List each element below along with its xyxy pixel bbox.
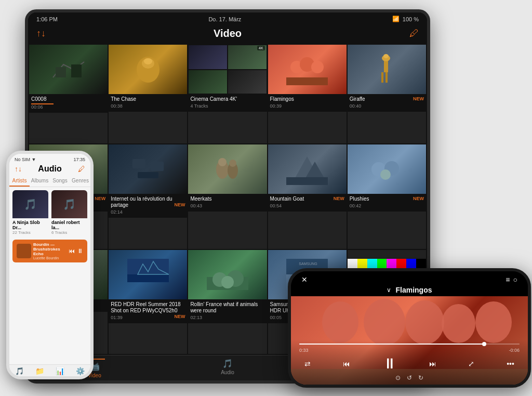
svg-point-39 (221, 276, 234, 288)
phone-tab-genres[interactable]: Genres (70, 176, 90, 187)
player-rewind-btn[interactable]: ⏮ (343, 360, 350, 368)
album-card-1[interactable]: 🎵 A Ninja Slob Dr... 22 Tracks (12, 190, 48, 236)
video-info-giraffe: Giraffe NEW 00:40 (348, 94, 426, 112)
player-title-bar: ∨ Flamingos (291, 286, 528, 296)
video-thumb-rollin (188, 250, 267, 299)
badge-new-red: NEW (174, 314, 185, 320)
tablet-time: 1:06 PM (36, 16, 58, 22)
player-progress-bar[interactable] (299, 344, 520, 345)
video-duration-flamingos: 00:39 (270, 103, 344, 109)
video-cell-chase[interactable]: The Chase 00:38 (109, 45, 187, 143)
player-video-area: 0:33 -0:06 ⇄ ⏮ ⏸ ⏭ ⤢ ••• ⊙ ↺ ↻ (291, 296, 528, 385)
flamingo-blob-2 (364, 299, 405, 346)
album-art-2: 🎵 (51, 190, 87, 218)
video-tracks-cinema: 4 Tracks (190, 103, 264, 109)
video-info-c0008: C0008 00:06 (29, 94, 108, 113)
video-cell-cinema[interactable]: 4K Cinema Camera 4K' 4 Tracks (188, 45, 267, 143)
tab-audio[interactable]: 🎵 Audio (161, 359, 294, 378)
player-more-icon[interactable]: ••• (507, 360, 514, 368)
sort-icon[interactable]: ↑↓ (36, 28, 46, 39)
video-duration-mountain: 00:54 (270, 203, 344, 208)
badge-new-pixar: NEW (95, 196, 105, 202)
video-cell-giraffe[interactable]: Giraffe NEW 00:40 (348, 45, 426, 143)
phone-status-bar: No SIM ▼ 17:35 (9, 154, 90, 163)
player-airplay-icon[interactable]: ⊙ (395, 374, 401, 381)
phone-edit-icon[interactable]: 🖊 (78, 165, 85, 173)
np-prev-btn[interactable]: ⏮ (69, 247, 75, 255)
player-screen: ✕ ≡ ○ ∨ Flamingos (291, 271, 528, 385)
video-title-flamingos: Flamingos (270, 96, 344, 102)
player-close-icon[interactable]: ✕ (301, 275, 308, 284)
video-title-rollin: Rollin' France what if animals were roun… (190, 301, 264, 314)
np-play-btn[interactable]: ⏸ (77, 247, 83, 255)
player-skip-fwd-icon[interactable]: ↻ (418, 374, 423, 381)
phone-tab-songs[interactable]: Songs (50, 176, 70, 187)
video-cell-mountain[interactable]: Mountain Goat NEW 00:54 (268, 144, 347, 248)
video-thumb-red (109, 250, 187, 299)
album-tracks-1: 22 Tracks (12, 230, 48, 235)
chase-visual (127, 54, 169, 85)
video-duration-internet: 02:14 (111, 209, 185, 215)
badge-new-internet: NEW (174, 202, 185, 208)
svg-rect-19 (151, 162, 164, 171)
player-fullscreen-icon[interactable]: ⤢ (468, 360, 474, 368)
svg-rect-2 (71, 64, 82, 77)
video-thumb-meerkats (188, 144, 267, 194)
phone-tab-bar: 🎵 📁 📊 ⚙️ (9, 364, 90, 376)
video-cell-meerkats[interactable]: Meerkats 00:43 (188, 144, 267, 248)
tablet-page-title: Video (214, 28, 242, 39)
svg-rect-34 (127, 274, 169, 282)
player-settings-icon[interactable]: ≡ (506, 275, 510, 284)
rollin-visual (207, 259, 248, 290)
svg-point-14 (383, 54, 389, 58)
video-thumb-flamingos (268, 45, 347, 94)
video-title-plushies: Plushies NEW (350, 196, 424, 202)
video-cell-flamingos[interactable]: Flamingos 00:39 (268, 45, 347, 143)
phone-tab-files[interactable]: 📁 (30, 367, 50, 375)
video-duration-rollin: 02:13 (190, 315, 264, 320)
video-cell-c0008[interactable]: C0008 00:06 (29, 45, 108, 143)
badge-new-mountain: NEW (334, 196, 344, 202)
player-shuffle-icon[interactable]: ⇄ (304, 360, 311, 368)
np-artist: Lucette Bourdin (33, 256, 66, 260)
np-info: Bourdin — Brushstrokes Echo Lucette Bour… (33, 242, 66, 260)
video-title-internet: Internet ou la révolution du partage NEW (111, 196, 185, 208)
music-tab-icon: 🎵 (15, 367, 24, 375)
np-album-art (17, 244, 31, 258)
player-forward-btn[interactable]: ⏭ (429, 360, 436, 368)
phone-tab-stats[interactable]: 📊 (50, 367, 70, 375)
phone-tab-settings[interactable]: ⚙️ (70, 367, 90, 375)
player-skip-back-icon[interactable]: ↺ (407, 374, 412, 381)
phone-screen: No SIM ▼ 17:35 ↑↓ Audio 🖊 Artists Albums… (9, 154, 90, 376)
video-cell-plushies[interactable]: Plushies NEW 00:42 (348, 144, 426, 248)
video-thumb-mountain (268, 144, 347, 194)
video-cell-rollin[interactable]: Rollin' France what if animals were roun… (188, 250, 267, 354)
video-duration-meerkats: 00:43 (190, 203, 264, 208)
player-time-display: 0:33 -0:06 (299, 348, 520, 353)
player-play-btn[interactable]: ⏸ (382, 355, 397, 372)
video-cell-internet[interactable]: Internet ou la révolution du partage NEW… (109, 144, 187, 248)
video-info-chase: The Chase 00:38 (109, 94, 187, 112)
phone-device: No SIM ▼ 17:35 ↑↓ Audio 🖊 Artists Albums… (6, 151, 94, 379)
tablet-date: Do. 17. März (208, 16, 241, 22)
stats-tab-icon: 📊 (56, 367, 64, 375)
album-tracks-2: 6 Tracks (51, 230, 87, 235)
album-card-2[interactable]: 🎵 daniel robert la... 6 Tracks (51, 190, 87, 236)
phone-tab-albums[interactable]: Albums (30, 176, 50, 187)
album-name-1: A Ninja Slob Dr... (12, 220, 48, 230)
phone-carrier: No SIM ▼ (15, 157, 36, 162)
player-status-left: ✕ (301, 275, 308, 284)
player-controls-overlay: 0:33 -0:06 ⇄ ⏮ ⏸ ⏭ ⤢ ••• ⊙ ↺ ↻ (291, 339, 528, 385)
phone-tab-music[interactable]: 🎵 (9, 367, 30, 375)
now-playing-bar[interactable]: Bourdin — Brushstrokes Echo Lucette Bour… (12, 240, 87, 262)
video-thumb-c0008 (29, 45, 108, 94)
edit-icon[interactable]: 🖊 (409, 28, 419, 39)
video-cell-red[interactable]: RED HDR Reel Summer 2018 Shot on RED PiW… (109, 250, 187, 354)
player-cast-icon[interactable]: ○ (513, 275, 517, 284)
phone-content: 🎵 A Ninja Slob Dr... 22 Tracks 🎵 daniel … (9, 187, 90, 364)
np-title: Bourdin — Brushstrokes Echo (33, 242, 66, 256)
phone-tab-artists[interactable]: Artists (9, 176, 30, 187)
phone-sort-icon[interactable]: ↑↓ (15, 165, 22, 173)
album-info-2: daniel robert la... 6 Tracks (51, 218, 87, 236)
files-tab-icon: 📁 (35, 367, 44, 375)
